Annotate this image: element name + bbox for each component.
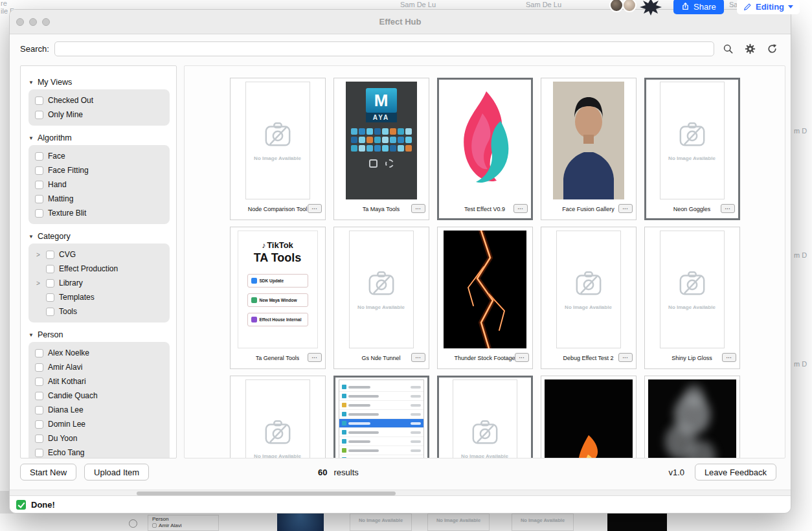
effect-card-debug-effect-test-2[interactable]: No Image Available Debug Effect Test 2..… (541, 227, 637, 369)
maya-toolbar-row (351, 137, 412, 143)
checkbox[interactable] (35, 209, 43, 218)
card-more-button[interactable]: ... (618, 204, 633, 213)
search-input[interactable] (54, 41, 714, 56)
effect-card[interactable]: ... (333, 376, 429, 458)
disclosure-triangle-icon[interactable]: ▼ (28, 135, 34, 141)
share-button[interactable]: Share (673, 0, 724, 14)
checkbox[interactable] (35, 406, 43, 414)
sidebar-item-alex-noelke[interactable]: Alex Noelke (35, 347, 163, 359)
checkbox[interactable] (35, 166, 43, 175)
editing-dropdown[interactable]: Editing (737, 0, 800, 14)
card-more-button[interactable]: ... (411, 204, 425, 213)
sidebar-item-face-fitting[interactable]: Face Fitting (35, 164, 163, 176)
checkbox[interactable] (35, 378, 43, 386)
effect-card-face-fusion-gallery[interactable]: Face Fusion Gallery... (541, 78, 637, 220)
no-image-text: No Image Available (565, 304, 612, 310)
disclosure-triangle-icon[interactable]: ▼ (28, 234, 34, 240)
upload-item-button[interactable]: Upload Item (84, 464, 149, 480)
card-more-button[interactable]: ... (513, 204, 528, 213)
checkbox[interactable] (35, 349, 43, 357)
no-image-icon (263, 418, 293, 447)
share-label: Share (694, 2, 716, 12)
sidebar-item-amir-alavi[interactable]: Amir Alavi (35, 361, 163, 373)
effect-card-neon-goggles[interactable]: No Image Available Neon Goggles... (644, 78, 740, 220)
card-more-button[interactable]: ... (722, 353, 736, 362)
card-more-button[interactable]: ... (721, 204, 735, 213)
card-more-button[interactable]: ... (515, 353, 529, 362)
effect-card-ta-general-tools[interactable]: ♪ TikTok TA Tools SDK Update New Maya Wi… (230, 227, 326, 369)
checkbox[interactable] (35, 195, 43, 203)
checkbox[interactable] (46, 308, 54, 316)
section-items: >CVGEffect Production>LibraryTemplatesTo… (28, 243, 170, 322)
sidebar-item-only-mine[interactable]: Only Mine (35, 109, 163, 120)
effect-card-gs-nde-tunnel[interactable]: No Image Available Gs Nde Tunnel... (333, 227, 429, 369)
sidebar-item-face[interactable]: Face (35, 150, 163, 162)
checkbox[interactable] (46, 293, 54, 302)
titlebar: Effect Hub (10, 10, 791, 34)
effect-card-shiny-lip-gloss[interactable]: No Image Available Shiny Lip Gloss... (644, 227, 740, 369)
sidebar-item-matting[interactable]: Matting (35, 193, 163, 205)
sidebar-item-hand[interactable]: Hand (35, 179, 163, 190)
sidebar-item-texture-blit[interactable]: Texture Blit (35, 207, 163, 219)
sidebar-item-atit-kothari[interactable]: Atit Kothari (35, 376, 163, 387)
section-header-algorithm[interactable]: ▼Algorithm (28, 131, 170, 145)
disclosure-triangle-icon[interactable]: ▼ (28, 80, 34, 85)
effect-card[interactable]: No Image Available ... (437, 376, 533, 458)
file-meta-bar (411, 431, 421, 434)
effect-card-test-effect-v0-9[interactable]: Test Effect V0.9... (437, 78, 533, 220)
file-meta-bar (411, 413, 421, 416)
checkbox[interactable] (35, 181, 43, 189)
search-button[interactable] (719, 40, 736, 57)
checkbox[interactable] (35, 111, 43, 119)
item-label: Candie Quach (48, 391, 98, 400)
card-more-button[interactable]: ... (308, 353, 322, 362)
sidebar-item-tools[interactable]: Tools (35, 306, 163, 317)
maya-tool-icon (374, 145, 381, 152)
card-more-button[interactable]: ... (411, 353, 425, 362)
section-header-my-views[interactable]: ▼My Views (28, 75, 170, 89)
sidebar-item-checked-out[interactable]: Checked Out (35, 95, 163, 106)
start-new-button[interactable]: Start New (20, 464, 76, 480)
checkbox[interactable] (35, 392, 43, 400)
sidebar-item-echo-tang[interactable]: Echo Tang (35, 447, 163, 458)
checkbox[interactable] (35, 363, 43, 372)
sidebar-item-diana-lee[interactable]: Diana Lee (35, 404, 163, 416)
section-header-person[interactable]: ▼Person (28, 328, 170, 342)
leave-feedback-button[interactable]: Leave Feedback (695, 464, 776, 480)
checkbox[interactable] (35, 449, 43, 457)
background-person-panel: Person Amir Alavi (148, 515, 219, 531)
checkbox[interactable] (35, 96, 43, 105)
section-header-category[interactable]: ▼Category (28, 229, 170, 243)
card-more-button[interactable]: ... (308, 204, 322, 213)
expand-chevron-icon[interactable]: > (35, 280, 41, 287)
file-meta-bar (411, 395, 421, 398)
expand-chevron-icon[interactable]: > (35, 251, 41, 258)
disclosure-triangle-icon[interactable]: ▼ (28, 332, 34, 338)
effect-card-ta-maya-tools[interactable]: M AYA Ta Maya Tools... (333, 78, 429, 220)
sidebar-item-templates[interactable]: Templates (35, 291, 163, 303)
effect-card[interactable]: ... (541, 376, 637, 458)
checkbox[interactable] (35, 152, 43, 161)
effect-card-node-comparison-tool[interactable]: No Image Available Node Comparison Tool.… (230, 78, 326, 220)
refresh-button[interactable] (763, 40, 780, 57)
sidebar-item-candie-quach[interactable]: Candie Quach (35, 390, 163, 401)
card-thumbnail: M AYA (334, 82, 429, 201)
maya-tool-icon (398, 137, 404, 143)
sidebar-item-library[interactable]: >Library (35, 277, 163, 289)
results-panel: No Image Available Node Comparison Tool.… (184, 65, 785, 458)
effect-card[interactable]: No Image Available ... (230, 376, 326, 458)
sidebar-item-cvg[interactable]: >CVG (35, 249, 163, 260)
sidebar-item-domin-lee[interactable]: Domin Lee (35, 418, 163, 430)
checkbox[interactable] (46, 265, 54, 273)
checkbox[interactable] (35, 420, 43, 429)
card-more-button[interactable]: ... (618, 353, 633, 362)
sidebar-item-du-yoon[interactable]: Du Yoon (35, 433, 163, 444)
effect-card[interactable]: ... (644, 376, 740, 458)
effect-card-thunder-stock-footage[interactable]: Thunder Stock Footage... (437, 227, 533, 369)
checkbox[interactable] (35, 435, 43, 443)
checkbox[interactable] (46, 279, 54, 288)
sidebar-item-effect-production[interactable]: Effect Production (35, 263, 163, 275)
portrait-thumbnail (553, 82, 624, 199)
checkbox[interactable] (46, 251, 54, 259)
settings-button[interactable] (741, 40, 758, 57)
